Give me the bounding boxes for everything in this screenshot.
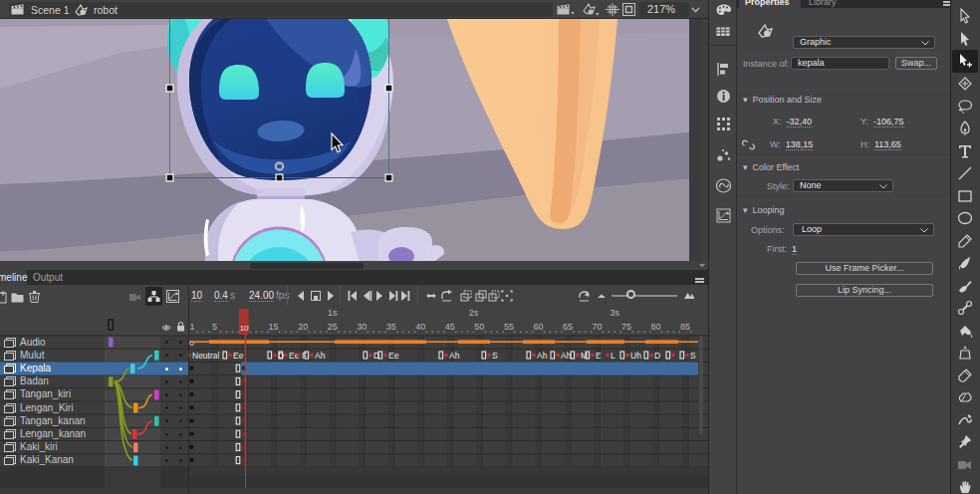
svg-text:L: L	[611, 351, 615, 361]
svg-text:S: S	[690, 351, 696, 361]
svg-text:Ah: Ah	[537, 351, 548, 361]
svg-text:Ah: Ah	[561, 351, 572, 361]
svg-text:Neutral: Neutral	[192, 351, 220, 361]
svg-text:Uh: Uh	[630, 351, 641, 361]
svg-text:Ee: Ee	[233, 351, 244, 361]
svg-text:Ee: Ee	[388, 351, 399, 361]
svg-text:Ah: Ah	[315, 351, 326, 361]
svg-text:S: S	[492, 351, 498, 361]
svg-text:10: 10	[240, 324, 249, 333]
svg-text:D: D	[654, 351, 660, 361]
svg-text:Ah: Ah	[449, 351, 460, 361]
svg-text:E: E	[596, 351, 602, 361]
